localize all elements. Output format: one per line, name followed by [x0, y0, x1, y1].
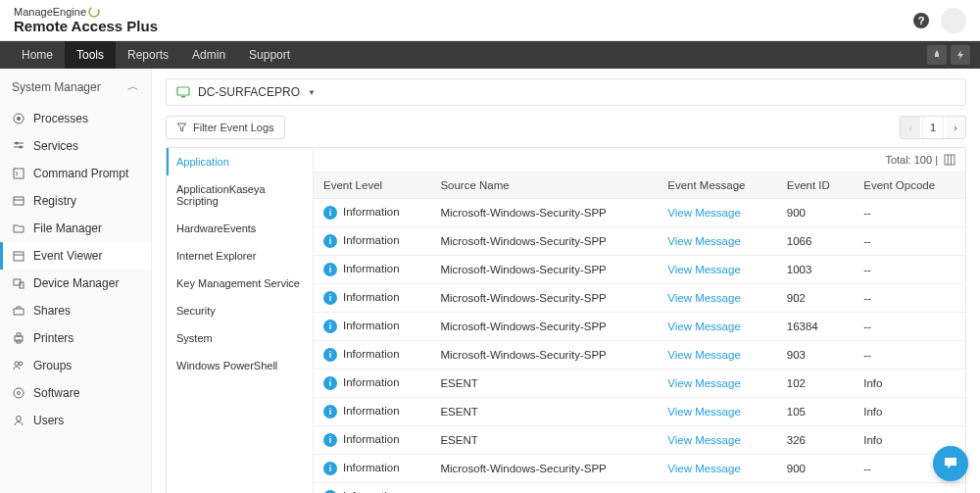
filter-button[interactable]: Filter Event Logs [166, 116, 285, 139]
cell-event-id: 102 [777, 370, 854, 398]
table-body: iInformationMicrosoft-Windows-Security-S… [314, 199, 965, 494]
view-message-link[interactable]: View Message [667, 349, 741, 361]
svg-point-6 [20, 146, 23, 149]
view-message-link[interactable]: View Message [667, 406, 741, 418]
cell-level: iInformation [314, 370, 430, 398]
cell-event-id: 1003 [777, 256, 854, 284]
cell-source: Microsoft-Windows-Security-SPP [430, 256, 658, 284]
view-message-link[interactable]: View Message [667, 320, 741, 332]
pager-next[interactable]: › [946, 117, 965, 138]
cell-source: ESENT [430, 370, 658, 398]
view-message-link[interactable]: View Message [667, 264, 741, 275]
view-message-link[interactable]: View Message [667, 292, 741, 304]
view-message-link[interactable]: View Message [667, 207, 741, 219]
svg-point-22 [17, 417, 22, 421]
info-icon: i [323, 376, 337, 390]
brand-top-text: ManageEngine [14, 6, 86, 18]
cell-message: View Message [658, 313, 777, 341]
svg-rect-8 [14, 197, 24, 205]
columns-icon[interactable] [944, 154, 956, 166]
category-item[interactable]: HardwareEvents [167, 215, 313, 242]
category-item[interactable]: Security [167, 297, 313, 324]
nav-item-admin[interactable]: Admin [180, 41, 237, 69]
sidebar-item-device-manager[interactable]: Device Manager [0, 270, 151, 297]
sidebar-item-label: Device Manager [33, 276, 119, 290]
sidebar-item-label: Groups [33, 359, 72, 372]
sidebar-item-label: Command Prompt [33, 167, 128, 180]
sidebar-item-file-manager[interactable]: File Manager [0, 215, 151, 242]
sidebar-item-users[interactable]: Users [0, 407, 151, 434]
cell-source: Microsoft-Windows-Security-SPP [430, 341, 658, 370]
brand: ManageEngine Remote Access Plus [14, 6, 158, 34]
category-item[interactable]: Internet Explorer [167, 242, 313, 270]
cell-source: ESENT [430, 426, 658, 455]
nav-item-reports[interactable]: Reports [116, 41, 180, 69]
device-selector[interactable]: DC-SURFACEPRO ▼ [166, 78, 966, 106]
sidebar-item-label: Users [33, 414, 64, 427]
cell-source: Microsoft-Windows-Security-SPP [430, 313, 658, 341]
nav-item-tools[interactable]: Tools [65, 41, 116, 69]
cell-event-id: 326 [777, 426, 854, 455]
sidebar-header[interactable]: System Manager ︿ [0, 69, 151, 105]
sidebar-item-services[interactable]: Services [0, 132, 151, 160]
disc-icon [12, 386, 25, 400]
pager-prev[interactable]: ‹ [901, 117, 920, 138]
category-item[interactable]: ApplicationKaseya Scripting [167, 175, 313, 215]
cell-message: View Message [658, 199, 777, 227]
category-item[interactable]: Key Management Service [167, 270, 313, 297]
cell-event-id: 902 [777, 284, 854, 313]
table-header-cell[interactable]: Event Opcode [854, 173, 965, 199]
cell-opcode: Info [854, 398, 965, 426]
sidebar-item-printers[interactable]: Printers [0, 324, 151, 352]
brand-top: ManageEngine [14, 6, 158, 18]
main: System Manager ︿ ProcessesServicesComman… [0, 69, 980, 493]
svg-rect-25 [945, 155, 955, 165]
cell-opcode: -- [854, 313, 965, 341]
devices-icon [12, 276, 25, 290]
help-icon[interactable]: ? [913, 13, 929, 28]
cell-opcode: -- [854, 227, 965, 256]
svg-point-18 [15, 362, 19, 366]
avatar[interactable] [941, 8, 966, 33]
content: DC-SURFACEPRO ▼ Filter Event Logs ‹ 1 › … [152, 69, 980, 493]
table-row: iInformationMicrosoft-Windows-Security-S… [314, 227, 965, 256]
view-message-link[interactable]: View Message [667, 235, 741, 247]
cell-level: iInformation [314, 256, 430, 284]
category-item[interactable]: Windows PowerShell [167, 352, 313, 379]
info-icon: i [323, 291, 337, 305]
notification-icon[interactable] [927, 45, 947, 65]
category-item[interactable]: System [167, 324, 313, 352]
chat-button[interactable] [933, 446, 968, 481]
sidebar-item-software[interactable]: Software [0, 379, 151, 407]
cell-level: iInformation [314, 199, 430, 227]
table-header-cell[interactable]: Event Message [658, 173, 777, 199]
sidebar-item-processes[interactable]: Processes [0, 105, 151, 132]
info-icon: i [323, 462, 337, 475]
table-row: iInformationMicrosoft-Windows-Security-S… [314, 199, 965, 227]
sidebar-item-command-prompt[interactable]: Command Prompt [0, 160, 151, 187]
cell-event-id: 900 [777, 455, 854, 483]
view-message-link[interactable]: View Message [667, 377, 741, 389]
view-message-link[interactable]: View Message [667, 463, 741, 474]
nav-item-home[interactable]: Home [10, 41, 65, 69]
sidebar-item-registry[interactable]: Registry [0, 187, 151, 215]
event-panel: ApplicationApplicationKaseya ScriptingHa… [166, 147, 966, 493]
sidebar-item-label: Event Viewer [33, 249, 102, 263]
cell-level: iInformation [314, 483, 430, 494]
table-row: iInformationMicrosoft-Windows-Security-S… [314, 313, 965, 341]
sidebar-item-shares[interactable]: Shares [0, 297, 151, 324]
table-wrap: Total: 100 | Event LevelSource NameEvent… [314, 148, 965, 493]
nav-item-support[interactable]: Support [237, 41, 302, 69]
cell-event-id: 1066 [777, 483, 854, 494]
table-header-cell[interactable]: Event Level [314, 173, 430, 199]
bolt-icon[interactable] [951, 45, 970, 65]
sidebar-item-event-viewer[interactable]: Event Viewer [0, 242, 151, 270]
cell-source: ESENT [430, 398, 658, 426]
sidebar-item-groups[interactable]: Groups [0, 352, 151, 379]
table-meta: Total: 100 | [314, 148, 965, 172]
category-item[interactable]: Application [167, 148, 313, 175]
table-header-cell[interactable]: Source Name [430, 173, 658, 199]
table-header-cell[interactable]: Event ID [777, 173, 854, 199]
view-message-link[interactable]: View Message [667, 434, 741, 446]
svg-rect-7 [14, 169, 24, 178]
